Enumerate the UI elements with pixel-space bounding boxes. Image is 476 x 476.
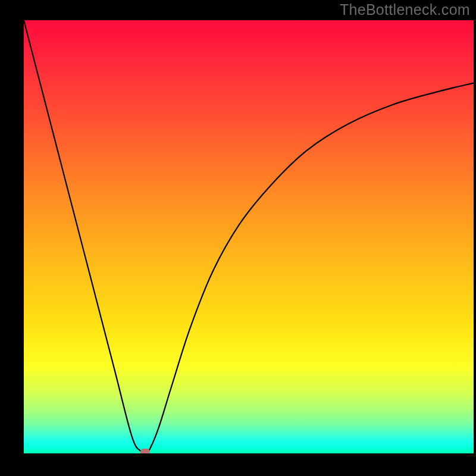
plot-area bbox=[24, 20, 474, 453]
bottleneck-curve-path bbox=[24, 20, 474, 453]
curve-svg bbox=[24, 20, 474, 453]
watermark-text: TheBottleneck.com bbox=[340, 1, 470, 18]
optimum-marker bbox=[140, 449, 150, 453]
